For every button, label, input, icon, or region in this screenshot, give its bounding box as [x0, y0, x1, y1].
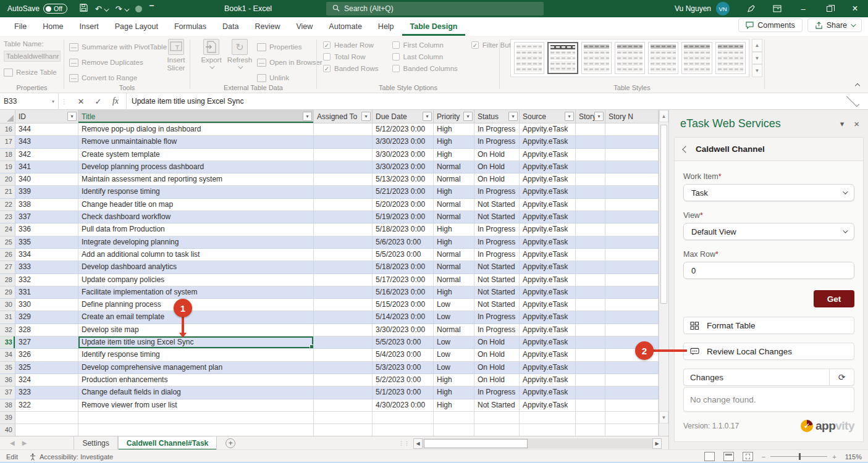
grid-cell[interactable]: Appvity.eTask — [520, 261, 576, 273]
column-header-priority[interactable]: Priority▾ — [434, 110, 474, 123]
row-number[interactable]: 23 — [0, 211, 15, 223]
grid-cell[interactable] — [314, 149, 373, 161]
grid-cell[interactable] — [576, 274, 605, 286]
grid-cell[interactable] — [314, 199, 373, 211]
row-number[interactable]: 38 — [0, 399, 15, 412]
view-select[interactable]: Default View — [683, 223, 854, 240]
grid-cell[interactable]: Develop dashboard analytics — [78, 261, 314, 273]
grid-cell[interactable]: Facilitate implementation of system — [78, 286, 314, 299]
grid-cell[interactable] — [576, 123, 605, 136]
grid-cell[interactable]: Appvity.eTask — [520, 374, 576, 386]
checkbox-last-column[interactable]: Last Column — [392, 53, 458, 60]
horizontal-scrollbar[interactable] — [423, 438, 652, 449]
row-number[interactable]: 21 — [0, 186, 15, 198]
grid-cell[interactable] — [434, 412, 474, 424]
cancel-icon[interactable]: ✕ — [73, 94, 89, 109]
grid-cell[interactable]: Add an additional column to task list — [78, 249, 314, 261]
insert-function-icon[interactable]: fx — [107, 94, 124, 109]
undo-icon[interactable]: ↶ — [95, 4, 108, 14]
work-item-select[interactable]: Task — [683, 184, 854, 201]
ribbon-display-options-icon[interactable] — [764, 0, 790, 17]
row-number[interactable]: 26 — [0, 249, 15, 261]
grid-cell[interactable]: In Progress — [474, 236, 520, 249]
grid-cell[interactable]: Develop planning process dashboard — [78, 161, 314, 173]
row-number[interactable]: 34 — [0, 349, 15, 361]
grid-cell[interactable]: Appvity.eTask — [520, 249, 576, 261]
grid-cell[interactable]: 5/19/2023 0:00 — [373, 211, 434, 223]
grid-cell[interactable]: Normal — [434, 261, 474, 273]
row-number[interactable]: 18 — [0, 149, 15, 161]
zoom-level[interactable]: 115% — [845, 453, 862, 461]
enter-icon[interactable]: ✓ — [90, 94, 106, 109]
grid-cell[interactable]: 5/15/2023 0:00 — [373, 299, 434, 311]
grid-cell[interactable] — [605, 249, 659, 261]
grid-cell[interactable] — [576, 299, 605, 311]
grid-cell[interactable] — [576, 286, 605, 299]
grid-cell[interactable]: High — [434, 123, 474, 136]
grid-cell[interactable]: Appvity.eTask — [520, 173, 576, 186]
row-number[interactable]: 32 — [0, 324, 15, 336]
grid-cell[interactable] — [314, 249, 373, 261]
column-header-due-date[interactable]: Due Date▾ — [373, 110, 434, 123]
grid-cell[interactable]: 326 — [15, 349, 78, 361]
filter-button[interactable]: ▾ — [67, 112, 77, 121]
zoom-out-icon[interactable]: − — [762, 453, 765, 461]
grid-cell[interactable]: 5/5/2023 0:00 — [373, 336, 434, 349]
grid-cell[interactable]: 327 — [15, 336, 78, 349]
grid-cell[interactable] — [314, 236, 373, 249]
grid-cell[interactable]: 325 — [15, 362, 78, 374]
grid-cell[interactable] — [576, 261, 605, 273]
grid-cell[interactable] — [576, 424, 605, 436]
checkbox-first-column[interactable]: First Column — [392, 41, 458, 49]
grid-cell[interactable]: Not Started — [474, 274, 520, 286]
comments-button[interactable]: Comments — [738, 19, 802, 32]
grid-cell[interactable] — [605, 374, 659, 386]
grid-cell[interactable]: 5/21/2023 0:00 — [373, 186, 434, 198]
get-button[interactable]: Get — [814, 290, 854, 307]
grid-cell[interactable]: Create system template — [78, 149, 314, 161]
row-number[interactable]: 16 — [0, 123, 15, 136]
grid-cell[interactable]: 3/30/2023 0:00 — [373, 149, 434, 161]
grid-cell[interactable]: Appvity.eTask — [520, 362, 576, 374]
gallery-more-icon[interactable]: ▼ — [752, 64, 762, 77]
sheet-prev-icon[interactable]: ◀ — [10, 440, 15, 446]
ribbon-tab-table-design[interactable]: Table Design — [402, 17, 466, 36]
row-number[interactable]: 36 — [0, 374, 15, 386]
hscroll-left-icon[interactable]: ◀ — [413, 438, 423, 449]
selected-cell[interactable]: Update item title using Excel Sync — [78, 336, 314, 349]
grid-cell[interactable]: Appvity.eTask — [520, 299, 576, 311]
grid-cell[interactable] — [576, 324, 605, 336]
hscroll-handle[interactable]: ⋮⋮ — [398, 440, 410, 446]
filter-button[interactable]: ▾ — [361, 112, 371, 121]
collapse-ribbon-icon[interactable] — [855, 83, 860, 88]
grid-cell[interactable]: On Hold — [474, 161, 520, 173]
accessibility-status[interactable]: Accessibility: Investigate — [29, 453, 113, 461]
grid-cell[interactable] — [576, 412, 605, 424]
grid-cell[interactable]: 5/13/2023 0:00 — [373, 173, 434, 186]
grid-cell[interactable] — [605, 399, 659, 412]
row-number[interactable]: 35 — [0, 362, 15, 374]
grid-cell[interactable] — [314, 186, 373, 198]
grid-cell[interactable] — [576, 136, 605, 148]
grid-cell[interactable]: 336 — [15, 223, 78, 236]
grid-cell[interactable]: High — [434, 136, 474, 148]
grid-cell[interactable]: Not Started — [474, 261, 520, 273]
grid-cell[interactable]: 331 — [15, 286, 78, 299]
grid-cell[interactable]: 324 — [15, 374, 78, 386]
row-number[interactable]: 39 — [0, 412, 15, 424]
properties-button[interactable]: Properties — [257, 40, 322, 54]
grid-cell[interactable] — [314, 299, 373, 311]
grid-cell[interactable] — [314, 349, 373, 361]
grid-cell[interactable]: On Hold — [474, 173, 520, 186]
column-header-story[interactable]: Story▾ — [576, 110, 605, 123]
table-style-thumbnail[interactable] — [581, 42, 612, 74]
grid-cell[interactable] — [605, 136, 659, 148]
row-number[interactable]: 31 — [0, 311, 15, 323]
grid-cell[interactable]: Define planning process — [78, 299, 314, 311]
grid-cell[interactable]: 330 — [15, 299, 78, 311]
grid-cell[interactable] — [474, 412, 520, 424]
grid-cell[interactable]: Appvity.eTask — [520, 136, 576, 148]
name-box-dropdown-icon[interactable]: ▾ — [52, 99, 54, 104]
grid-cell[interactable]: In Progress — [474, 386, 520, 399]
column-header-id[interactable]: ID▾ — [15, 110, 78, 123]
